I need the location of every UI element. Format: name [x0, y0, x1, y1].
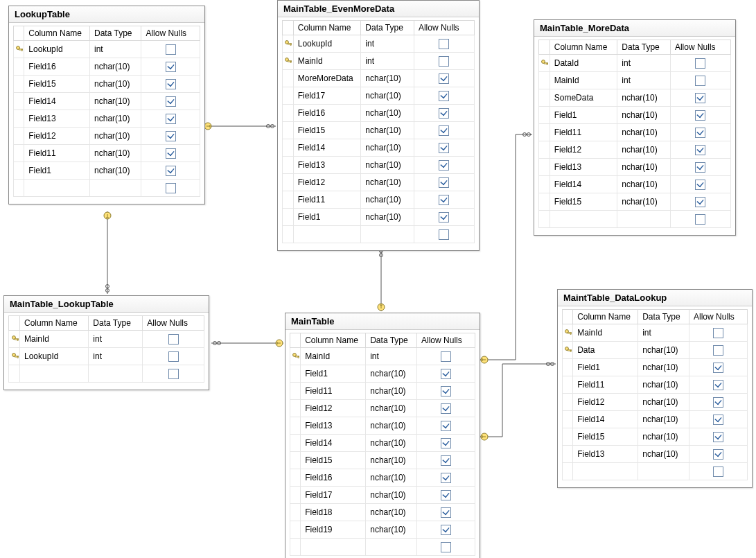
header-allow-nulls[interactable]: Allow Nulls — [141, 26, 200, 41]
allow-nulls-checkbox[interactable] — [441, 351, 451, 362]
data-type-cell[interactable]: int — [89, 348, 143, 365]
table-lookup[interactable]: LookupTable Column NameData TypeAllow Nu… — [8, 6, 205, 204]
column-row[interactable]: Field12nchar(10) — [283, 174, 475, 191]
header-data-type[interactable]: Data Type — [90, 26, 141, 41]
column-name-cell[interactable]: Field16 — [293, 105, 361, 122]
header-allow-nulls[interactable]: Allow Nulls — [670, 40, 730, 55]
column-row[interactable]: LookupIdint — [9, 348, 204, 365]
column-name-cell[interactable]: Field1 — [293, 209, 361, 226]
allow-nulls-cell[interactable] — [670, 72, 730, 89]
allow-nulls-checkbox[interactable] — [441, 507, 451, 518]
data-type-cell[interactable]: nchar(10) — [617, 193, 671, 211]
data-type-cell[interactable] — [89, 365, 143, 383]
column-row[interactable]: Field14nchar(10) — [283, 139, 475, 157]
allow-nulls-cell[interactable] — [417, 435, 475, 452]
allow-nulls-checkbox[interactable] — [168, 369, 179, 379]
column-name-cell[interactable]: MoreMoreData — [293, 70, 361, 87]
allow-nulls-checkbox[interactable] — [695, 197, 705, 207]
allow-nulls-checkbox[interactable] — [441, 403, 451, 414]
allow-nulls-cell[interactable] — [417, 348, 475, 365]
allow-nulls-checkbox[interactable] — [168, 334, 179, 345]
column-name-cell[interactable]: Field12 — [301, 400, 366, 417]
column-grid[interactable]: Column NameData TypeAllow NullsDataIdint… — [538, 40, 731, 228]
allow-nulls-checkbox[interactable] — [439, 108, 449, 119]
allow-nulls-cell[interactable] — [689, 446, 748, 463]
allow-nulls-cell[interactable] — [670, 211, 730, 228]
allow-nulls-cell[interactable] — [670, 141, 730, 159]
allow-nulls-checkbox[interactable] — [439, 91, 449, 101]
column-row[interactable]: Field13nchar(10) — [283, 157, 475, 174]
allow-nulls-cell[interactable] — [689, 342, 748, 359]
header-column-name[interactable]: Column Name — [293, 21, 361, 35]
allow-nulls-cell[interactable] — [417, 521, 475, 539]
data-type-cell[interactable]: nchar(10) — [361, 191, 414, 209]
allow-nulls-checkbox[interactable] — [439, 125, 449, 136]
allow-nulls-checkbox[interactable] — [441, 438, 451, 448]
allow-nulls-checkbox[interactable] — [713, 345, 723, 356]
allow-nulls-checkbox[interactable] — [166, 183, 176, 193]
column-row[interactable]: Field12nchar(10) — [14, 128, 200, 145]
column-name-cell[interactable]: LookupId — [24, 41, 90, 58]
allow-nulls-checkbox[interactable] — [166, 96, 176, 107]
column-name-cell[interactable]: Field14 — [24, 93, 90, 110]
table-main[interactable]: MainTable Column NameData TypeAllow Null… — [285, 313, 480, 558]
allow-nulls-checkbox[interactable] — [439, 177, 449, 188]
data-type-cell[interactable]: nchar(10) — [617, 89, 671, 107]
column-name-cell[interactable]: Field18 — [301, 504, 366, 521]
header-data-type[interactable]: Data Type — [638, 310, 689, 324]
column-row[interactable]: Field11nchar(10) — [283, 191, 475, 209]
header-column-name[interactable]: Column Name — [550, 40, 617, 55]
column-row[interactable]: MainIdint — [9, 331, 204, 348]
allow-nulls-cell[interactable] — [141, 110, 200, 128]
header-allow-nulls[interactable]: Allow Nulls — [689, 310, 748, 324]
column-name-cell[interactable] — [293, 226, 361, 243]
data-type-cell[interactable]: int — [361, 35, 414, 53]
allow-nulls-checkbox[interactable] — [441, 490, 451, 500]
data-type-cell[interactable]: nchar(10) — [90, 162, 141, 180]
column-row[interactable]: MainIdint — [539, 72, 731, 89]
allow-nulls-cell[interactable] — [141, 93, 200, 110]
allow-nulls-checkbox[interactable] — [441, 455, 451, 466]
allow-nulls-cell[interactable] — [141, 162, 200, 180]
column-name-cell[interactable]: Field15 — [573, 428, 638, 446]
allow-nulls-checkbox[interactable] — [713, 467, 723, 477]
allow-nulls-cell[interactable] — [141, 145, 200, 162]
allow-nulls-cell[interactable] — [417, 487, 475, 504]
allow-nulls-cell[interactable] — [670, 124, 730, 141]
column-row[interactable]: Datanchar(10) — [563, 342, 748, 359]
column-row[interactable]: Field15nchar(10) — [563, 428, 748, 446]
column-row[interactable]: Field14nchar(10) — [563, 411, 748, 428]
table-lookupjoin[interactable]: MainTable_LookupTable Column NameData Ty… — [3, 295, 209, 390]
column-name-cell[interactable]: Field1 — [301, 365, 366, 383]
table-evenmoredata[interactable]: MainTable_EvenMoreData Column NameData T… — [277, 0, 480, 251]
data-type-cell[interactable]: int — [617, 55, 671, 72]
data-type-cell[interactable]: nchar(10) — [366, 365, 417, 383]
allow-nulls-cell[interactable] — [689, 394, 748, 411]
column-row[interactable] — [290, 539, 475, 556]
data-type-cell[interactable]: int — [617, 72, 671, 89]
data-type-cell[interactable]: nchar(10) — [361, 105, 414, 122]
column-name-cell[interactable] — [550, 211, 617, 228]
column-row[interactable]: Field16nchar(10) — [290, 469, 475, 487]
column-name-cell[interactable]: Field13 — [24, 110, 90, 128]
column-row[interactable]: Field17nchar(10) — [290, 487, 475, 504]
column-row[interactable] — [283, 226, 475, 243]
data-type-cell[interactable] — [617, 211, 671, 228]
header-data-type[interactable]: Data Type — [617, 40, 671, 55]
allow-nulls-checkbox[interactable] — [439, 143, 449, 153]
header-allow-nulls[interactable]: Allow Nulls — [414, 21, 474, 35]
allow-nulls-cell[interactable] — [417, 539, 475, 556]
allow-nulls-cell[interactable] — [670, 107, 730, 124]
column-row[interactable]: Field17nchar(10) — [283, 87, 475, 105]
column-row[interactable]: Field1nchar(10) — [539, 107, 731, 124]
column-row[interactable]: Field14nchar(10) — [290, 435, 475, 452]
allow-nulls-cell[interactable] — [670, 55, 730, 72]
allow-nulls-checkbox[interactable] — [695, 145, 705, 155]
allow-nulls-checkbox[interactable] — [695, 76, 705, 86]
allow-nulls-checkbox[interactable] — [166, 44, 176, 55]
allow-nulls-checkbox[interactable] — [166, 131, 176, 141]
data-type-cell[interactable]: nchar(10) — [366, 400, 417, 417]
data-type-cell[interactable] — [638, 463, 689, 480]
data-type-cell[interactable]: nchar(10) — [366, 487, 417, 504]
data-type-cell[interactable]: int — [90, 41, 141, 58]
